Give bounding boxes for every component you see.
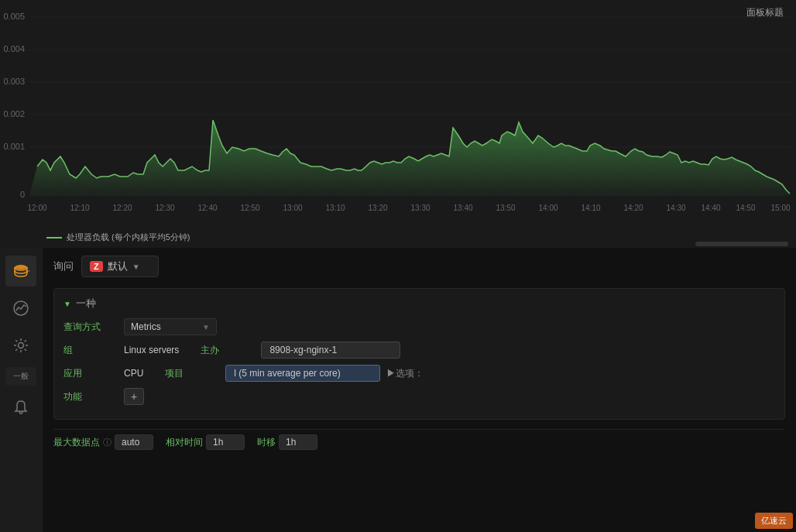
datasource-badge: Z — [90, 261, 103, 272]
legend-label: 处理器负载 (每个内核平均5分钟) — [67, 232, 190, 243]
svg-text:12:40: 12:40 — [197, 204, 217, 212]
svg-marker-31 — [29, 120, 790, 195]
app-value: CPU — [124, 368, 143, 379]
group-value: Linux servers — [124, 345, 179, 355]
item-label: 项目 — [165, 367, 219, 380]
watermark: 亿速云 — [755, 513, 793, 529]
sidebar-icon-bell[interactable] — [5, 392, 36, 423]
item-field[interactable]: l (5 min average per core) — [225, 365, 380, 382]
options-link[interactable]: ▶选项： — [386, 367, 424, 380]
dropdown-arrow-icon: ▼ — [132, 263, 140, 271]
sidebar-icon-database[interactable] — [5, 256, 36, 287]
svg-text:0.005: 0.005 — [3, 12, 25, 21]
func-label: 功能 — [63, 390, 118, 403]
group-row: 组 Linux servers 主办 8908-xg-nginx-1 — [63, 342, 775, 359]
app-label: 应用 — [63, 367, 118, 380]
max-points-value[interactable]: auto — [115, 434, 153, 450]
svg-text:0.003: 0.003 — [3, 77, 25, 86]
svg-text:12:10: 12:10 — [70, 204, 89, 212]
query-label: 询问 — [53, 259, 74, 273]
scrollbar[interactable] — [695, 242, 788, 246]
info-icon: ⓘ — [103, 437, 112, 448]
svg-marker-33 — [28, 269, 29, 273]
max-points-item: 最大数据点 ⓘ auto — [53, 434, 153, 450]
svg-text:13:00: 13:00 — [283, 204, 302, 212]
time-shift-value[interactable]: 1h — [279, 434, 317, 450]
svg-text:14:20: 14:20 — [623, 204, 643, 212]
chart-legend: 处理器负载 (每个内核平均5分钟) — [46, 232, 190, 243]
time-shift-label: 时移 — [257, 436, 276, 449]
svg-text:12:00: 12:00 — [27, 204, 46, 212]
svg-text:14:00: 14:00 — [538, 204, 558, 212]
query-method-arrow-icon: ▼ — [202, 323, 210, 331]
query-row: 询问 Z 默认 ▼ — [53, 256, 785, 277]
query-section: ▼ 一种 查询方式 Metrics ▼ 组 Linux servers 主办 8… — [53, 288, 785, 420]
svg-text:14:10: 14:10 — [581, 204, 600, 212]
panel-area: 询问 Z 默认 ▼ ▼ 一种 查询方式 Metrics ▼ — [43, 248, 796, 532]
section-header: ▼ 一种 — [63, 297, 775, 311]
chart-area: 面板标题 0.005 0.004 0.003 0.002 0.001 0 12:… — [0, 0, 796, 248]
section-title: 一种 — [76, 297, 96, 311]
host-label: 主办 — [201, 344, 255, 357]
svg-text:14:30: 14:30 — [666, 204, 685, 212]
group-label: 组 — [63, 344, 118, 357]
svg-text:0.004: 0.004 — [3, 44, 25, 53]
svg-text:14:50: 14:50 — [736, 204, 755, 212]
host-value: 8908-xg-nginx-1 — [269, 345, 337, 355]
func-row: 功能 + — [63, 388, 775, 405]
svg-text:12:50: 12:50 — [240, 204, 259, 212]
app-row: 应用 CPU 项目 l (5 min average per core) ▶选项… — [63, 365, 775, 382]
svg-text:12:30: 12:30 — [155, 204, 174, 212]
sidebar: 一般 — [0, 248, 43, 532]
svg-text:15:00: 15:00 — [770, 204, 790, 212]
svg-text:0.002: 0.002 — [3, 109, 25, 118]
query-method-row: 查询方式 Metrics ▼ — [63, 318, 775, 335]
svg-text:13:50: 13:50 — [496, 204, 515, 212]
collapse-arrow-icon[interactable]: ▼ — [63, 300, 71, 308]
svg-point-32 — [15, 265, 27, 269]
svg-point-35 — [19, 343, 24, 348]
datasource-selector[interactable]: Z 默认 ▼ — [81, 256, 159, 277]
query-method-select[interactable]: Metrics ▼ — [124, 318, 217, 335]
svg-text:13:10: 13:10 — [325, 204, 345, 212]
max-points-label: 最大数据点 — [53, 436, 100, 449]
item-value: l (5 min average per core) — [234, 368, 340, 379]
datasource-name: 默认 — [108, 259, 128, 273]
chart-svg: 0.005 0.004 0.003 0.002 0.001 0 12:00 12… — [0, 8, 796, 228]
svg-text:14:40: 14:40 — [701, 204, 720, 212]
svg-text:13:20: 13:20 — [368, 204, 387, 212]
svg-text:12:20: 12:20 — [112, 204, 132, 212]
sidebar-icon-chart[interactable] — [5, 293, 36, 324]
main-content: 一般 询问 Z 默认 ▼ ▼ 一种 — [0, 248, 796, 532]
host-field[interactable]: 8908-xg-nginx-1 — [261, 342, 400, 359]
legend-line — [46, 237, 62, 239]
bottom-bar: 最大数据点 ⓘ auto 相对时间 1h 时移 1h — [53, 429, 785, 455]
svg-text:13:30: 13:30 — [410, 204, 430, 212]
query-method-label: 查询方式 — [63, 321, 118, 334]
sidebar-icon-settings[interactable] — [5, 330, 36, 361]
sidebar-general-label[interactable]: 一般 — [5, 367, 36, 386]
svg-text:13:40: 13:40 — [453, 204, 472, 212]
svg-text:0: 0 — [20, 190, 25, 199]
add-function-button[interactable]: + — [124, 388, 144, 405]
relative-time-label: 相对时间 — [166, 436, 203, 449]
relative-time-value[interactable]: 1h — [206, 434, 245, 450]
svg-text:0.001: 0.001 — [3, 142, 25, 151]
time-shift-item: 时移 1h — [257, 434, 317, 450]
query-method-value: Metrics — [131, 321, 161, 332]
relative-time-item: 相对时间 1h — [166, 434, 245, 450]
